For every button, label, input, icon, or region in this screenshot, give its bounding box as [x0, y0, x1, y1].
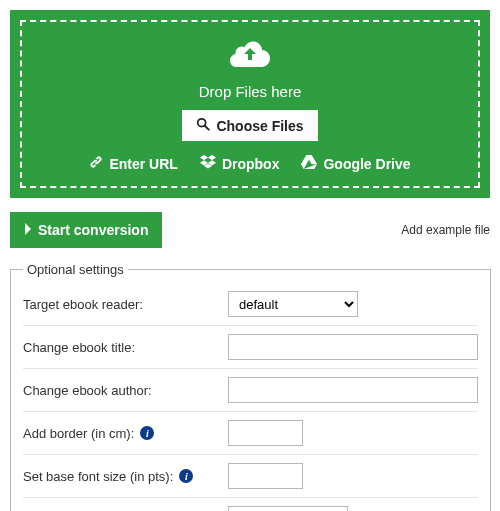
- title-label: Change ebook title:: [23, 340, 135, 355]
- link-icon: [89, 155, 103, 172]
- google-drive-icon: [301, 155, 317, 172]
- action-row: Start conversion Add example file: [10, 212, 490, 248]
- dropzone-text: Drop Files here: [32, 83, 468, 100]
- info-icon[interactable]: i: [179, 469, 193, 483]
- dropzone-inner[interactable]: Drop Files here Choose Files Enter URL D…: [20, 20, 480, 188]
- enter-url-label: Enter URL: [109, 156, 177, 172]
- author-input[interactable]: [228, 377, 478, 403]
- google-drive-link[interactable]: Google Drive: [301, 155, 410, 172]
- dropbox-link[interactable]: Dropbox: [200, 155, 280, 172]
- row-target-reader: Target ebook reader: default: [23, 283, 478, 326]
- author-label: Change ebook author:: [23, 383, 152, 398]
- optional-settings: Optional settings Target ebook reader: d…: [10, 262, 491, 511]
- gdrive-label: Google Drive: [323, 156, 410, 172]
- dropbox-label: Dropbox: [222, 156, 280, 172]
- dropbox-icon: [200, 155, 216, 172]
- fontsize-label: Set base font size (in pts):: [23, 469, 173, 484]
- info-icon[interactable]: i: [140, 426, 154, 440]
- border-label: Add border (in cm):: [23, 426, 134, 441]
- row-border: Add border (in cm): i: [23, 412, 478, 455]
- target-reader-label: Target ebook reader:: [23, 297, 143, 312]
- row-fontsize: Set base font size (in pts): i: [23, 455, 478, 498]
- optional-legend: Optional settings: [23, 262, 128, 277]
- start-label: Start conversion: [38, 222, 148, 238]
- row-embed: Embed font: i None: [23, 498, 478, 511]
- svg-line-1: [205, 126, 209, 130]
- source-row: Enter URL Dropbox Google Drive: [32, 155, 468, 172]
- embed-select[interactable]: None: [228, 506, 348, 511]
- choose-files-label: Choose Files: [216, 118, 303, 134]
- start-conversion-button[interactable]: Start conversion: [10, 212, 162, 248]
- add-example-link[interactable]: Add example file: [401, 223, 490, 237]
- chevron-right-icon: [24, 222, 32, 238]
- title-input[interactable]: [228, 334, 478, 360]
- row-author: Change ebook author:: [23, 369, 478, 412]
- search-icon: [196, 117, 210, 134]
- cloud-upload-icon: [229, 38, 271, 71]
- target-reader-select[interactable]: default: [228, 291, 358, 317]
- dropzone[interactable]: Drop Files here Choose Files Enter URL D…: [10, 10, 490, 198]
- choose-files-button[interactable]: Choose Files: [182, 110, 317, 141]
- row-title: Change ebook title:: [23, 326, 478, 369]
- border-input[interactable]: [228, 420, 303, 446]
- fontsize-input[interactable]: [228, 463, 303, 489]
- enter-url-link[interactable]: Enter URL: [89, 155, 177, 172]
